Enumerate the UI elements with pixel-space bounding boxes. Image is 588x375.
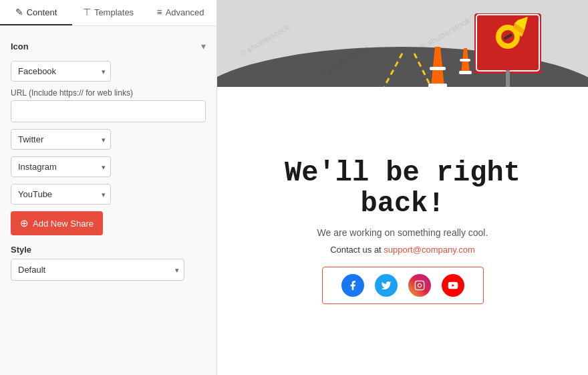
- url-label: URL (Include https:// for web links): [11, 88, 206, 98]
- instagram-select[interactable]: Instagram Facebook Twitter YouTube: [11, 156, 111, 177]
- contact-prefix: Contact us at: [330, 245, 382, 255]
- right-preview: ©️ shutterstock ©️ shutterstock ©️ shutt…: [217, 0, 588, 375]
- preview-content: We'll be right back! We are working on s…: [217, 87, 588, 375]
- facebook-social-icon[interactable]: [341, 274, 364, 297]
- svg-rect-23: [415, 281, 424, 290]
- social-row-twitter: Twitter Facebook Instagram YouTube ▾: [11, 129, 206, 150]
- left-panel: ✎ Content ⊤ Templates ≡ Advanced Icon ▾ …: [0, 0, 217, 375]
- add-circle-icon: ⊕: [20, 217, 29, 229]
- instagram-social-icon[interactable]: [408, 274, 431, 297]
- title-line1: We'll be right: [285, 157, 521, 189]
- tab-content-label: Content: [27, 7, 57, 17]
- svg-rect-9: [460, 59, 470, 61]
- facebook-select[interactable]: Facebook Twitter Instagram YouTube Linke…: [11, 61, 111, 82]
- youtube-social-icon[interactable]: [442, 274, 464, 297]
- youtube-select-wrapper: YouTube Facebook Twitter Instagram ▾: [11, 184, 111, 205]
- title-line2: back!: [360, 188, 444, 220]
- add-new-share-label: Add New Share: [33, 219, 94, 229]
- tabs-bar: ✎ Content ⊤ Templates ≡ Advanced: [0, 0, 216, 26]
- tab-advanced[interactable]: ≡ Advanced: [144, 0, 216, 25]
- advanced-tab-icon: ≡: [157, 7, 162, 17]
- coming-soon-title: We'll be right back!: [285, 158, 521, 219]
- svg-rect-8: [459, 71, 472, 74]
- contact-email: support@company.com: [384, 245, 475, 255]
- banner-area: ©️ shutterstock ©️ shutterstock ©️ shutt…: [217, 0, 588, 87]
- road-scene-svg: ©️ shutterstock ©️ shutterstock ©️ shutt…: [217, 0, 588, 87]
- icon-section-title: Icon: [11, 41, 29, 51]
- tab-advanced-label: Advanced: [166, 7, 204, 17]
- url-input[interactable]: [11, 100, 206, 122]
- youtube-select[interactable]: YouTube Facebook Twitter Instagram: [11, 184, 111, 205]
- facebook-select-wrapper: Facebook Twitter Instagram YouTube Linke…: [11, 61, 111, 82]
- twitter-select[interactable]: Twitter Facebook Instagram YouTube: [11, 129, 111, 150]
- add-new-share-button[interactable]: ⊕ Add New Share: [11, 211, 103, 235]
- coming-soon-subtitle: We are working on something really cool.: [317, 227, 488, 238]
- instagram-select-wrapper: Instagram Facebook Twitter YouTube ▾: [11, 156, 111, 177]
- chevron-down-icon: ▾: [201, 41, 206, 51]
- style-select[interactable]: Default Classic Modern Minimal: [11, 259, 184, 281]
- svg-rect-5: [428, 84, 447, 87]
- tab-templates[interactable]: ⊤ Templates: [72, 0, 144, 25]
- twitter-social-icon[interactable]: [375, 274, 398, 297]
- tab-content[interactable]: ✎ Content: [0, 0, 72, 25]
- contact-line: Contact us at support@company.com: [330, 245, 475, 255]
- panel-body: Icon ▾ Facebook Twitter Instagram YouTub…: [0, 26, 216, 291]
- templates-tab-icon: ⊤: [83, 7, 91, 17]
- url-field-group: URL (Include https:// for web links): [11, 88, 206, 122]
- twitter-select-wrapper: Twitter Facebook Instagram YouTube ▾: [11, 129, 111, 150]
- style-label: Style: [11, 245, 206, 255]
- icon-section-header: Icon ▾: [11, 37, 206, 54]
- content-tab-icon: ✎: [15, 7, 23, 17]
- tab-templates-label: Templates: [94, 7, 134, 17]
- social-row-instagram: Instagram Facebook Twitter YouTube ▾: [11, 156, 206, 177]
- svg-rect-6: [430, 67, 446, 70]
- svg-rect-19: [506, 70, 510, 87]
- style-select-wrapper: Default Classic Modern Minimal ▾: [11, 259, 184, 281]
- social-row-youtube: YouTube Facebook Twitter Instagram ▾: [11, 184, 206, 205]
- style-section: Style Default Classic Modern Minimal ▾: [11, 245, 206, 281]
- social-icons-footer: [322, 267, 484, 304]
